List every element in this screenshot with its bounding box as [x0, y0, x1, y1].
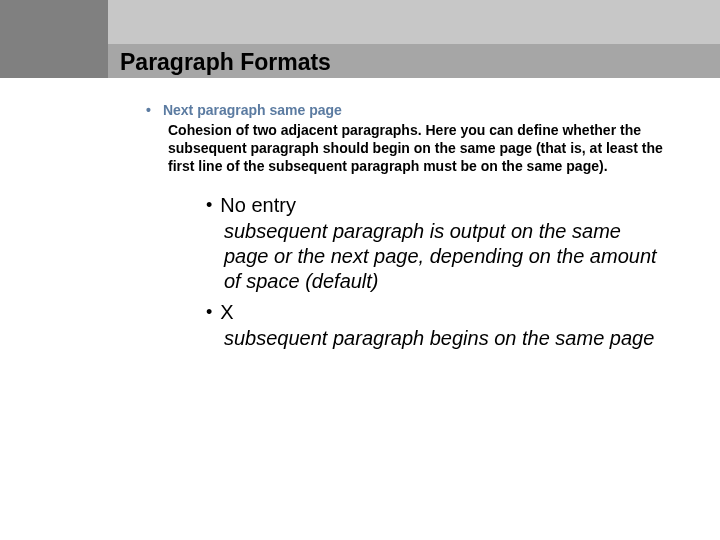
inner-body: subsequent paragraph begins on the same …	[224, 326, 666, 351]
level1-body: Cohesion of two adjacent paragraphs. Her…	[168, 121, 666, 175]
slide: Paragraph Formats • Next paragraph same …	[0, 0, 720, 540]
bullet-icon: •	[206, 193, 220, 217]
top-band	[0, 0, 720, 44]
bullet-icon: •	[206, 300, 220, 324]
content-area: • Next paragraph same page Cohesion of t…	[146, 102, 666, 357]
slide-title: Paragraph Formats	[120, 51, 331, 74]
list-item: • No entry subsequent paragraph is outpu…	[206, 193, 666, 294]
inner-heading: No entry	[220, 193, 296, 217]
inner-list: • No entry subsequent paragraph is outpu…	[206, 193, 666, 351]
bullet-icon: •	[146, 102, 163, 119]
inner-heading: X	[220, 300, 233, 324]
inner-body: subsequent paragraph is output on the sa…	[224, 219, 666, 294]
left-accent-block	[0, 0, 108, 78]
level1-heading: Next paragraph same page	[163, 102, 342, 119]
bullet-item-level1: • Next paragraph same page	[146, 102, 666, 119]
list-item: • X subsequent paragraph begins on the s…	[206, 300, 666, 351]
